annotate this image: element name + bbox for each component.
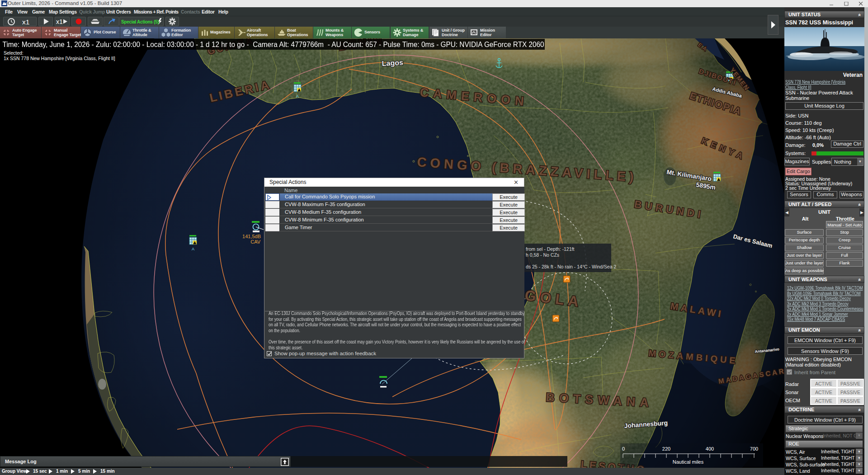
svg-text:A: A (296, 94, 299, 99)
svg-text:x1: x1 (22, 18, 29, 26)
svg-text:A: A (192, 247, 194, 251)
svg-text:0: 0 (622, 446, 625, 451)
svg-text:Special Actions (5): Special Actions (5) (121, 19, 159, 24)
svg-text:400: 400 (706, 446, 714, 451)
svg-text:x1: x1 (56, 18, 63, 25)
svg-text:Nautical miles: Nautical miles (673, 459, 704, 465)
svg-text:220: 220 (662, 446, 670, 451)
svg-text:CAV: CAV (250, 239, 260, 245)
svg-text:141,5dB: 141,5dB (242, 234, 261, 239)
svg-text:700: 700 (750, 446, 758, 451)
svg-text:Lagos: Lagos (382, 59, 403, 67)
